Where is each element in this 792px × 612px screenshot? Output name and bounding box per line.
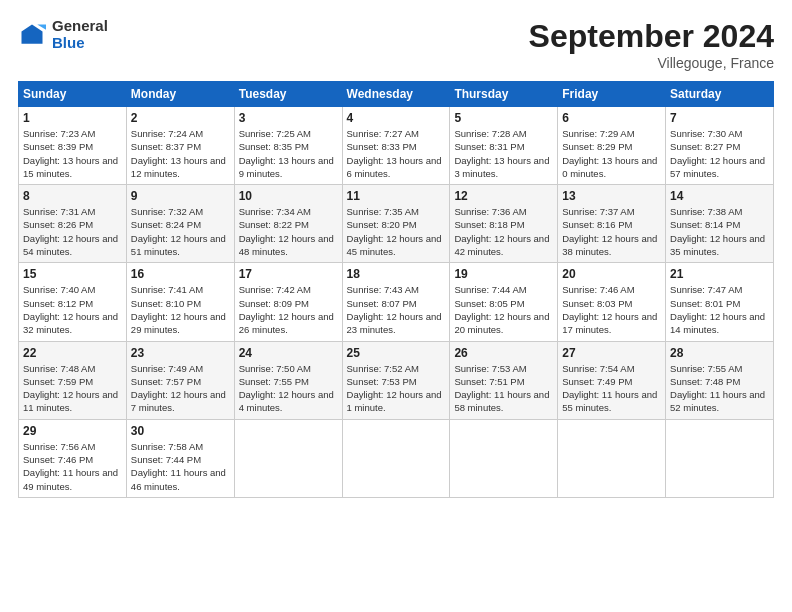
- calendar-cell: 25 Sunrise: 7:52 AMSunset: 7:53 PMDaylig…: [342, 341, 450, 419]
- day-number: 4: [347, 111, 446, 125]
- day-detail: Sunrise: 7:52 AMSunset: 7:53 PMDaylight:…: [347, 363, 442, 414]
- day-detail: Sunrise: 7:53 AMSunset: 7:51 PMDaylight:…: [454, 363, 549, 414]
- calendar-cell: 14 Sunrise: 7:38 AMSunset: 8:14 PMDaylig…: [666, 185, 774, 263]
- day-detail: Sunrise: 7:55 AMSunset: 7:48 PMDaylight:…: [670, 363, 765, 414]
- table-row: 15 Sunrise: 7:40 AMSunset: 8:12 PMDaylig…: [19, 263, 774, 341]
- calendar-cell: 26 Sunrise: 7:53 AMSunset: 7:51 PMDaylig…: [450, 341, 558, 419]
- table-row: 1 Sunrise: 7:23 AMSunset: 8:39 PMDayligh…: [19, 107, 774, 185]
- calendar-cell: 29 Sunrise: 7:56 AMSunset: 7:46 PMDaylig…: [19, 419, 127, 497]
- col-friday: Friday: [558, 82, 666, 107]
- calendar-cell: 21 Sunrise: 7:47 AMSunset: 8:01 PMDaylig…: [666, 263, 774, 341]
- logo-general-text: General: [52, 18, 108, 35]
- col-saturday: Saturday: [666, 82, 774, 107]
- calendar-cell: 15 Sunrise: 7:40 AMSunset: 8:12 PMDaylig…: [19, 263, 127, 341]
- header: General Blue September 2024 Villegouge, …: [18, 18, 774, 71]
- day-detail: Sunrise: 7:41 AMSunset: 8:10 PMDaylight:…: [131, 284, 226, 335]
- calendar-cell: 13 Sunrise: 7:37 AMSunset: 8:16 PMDaylig…: [558, 185, 666, 263]
- table-row: 8 Sunrise: 7:31 AMSunset: 8:26 PMDayligh…: [19, 185, 774, 263]
- day-number: 13: [562, 189, 661, 203]
- calendar-cell: 6 Sunrise: 7:29 AMSunset: 8:29 PMDayligh…: [558, 107, 666, 185]
- table-row: 22 Sunrise: 7:48 AMSunset: 7:59 PMDaylig…: [19, 341, 774, 419]
- day-number: 20: [562, 267, 661, 281]
- day-detail: Sunrise: 7:54 AMSunset: 7:49 PMDaylight:…: [562, 363, 657, 414]
- day-detail: Sunrise: 7:58 AMSunset: 7:44 PMDaylight:…: [131, 441, 226, 492]
- header-row: Sunday Monday Tuesday Wednesday Thursday…: [19, 82, 774, 107]
- calendar-cell: 17 Sunrise: 7:42 AMSunset: 8:09 PMDaylig…: [234, 263, 342, 341]
- day-number: 29: [23, 424, 122, 438]
- calendar-cell: 22 Sunrise: 7:48 AMSunset: 7:59 PMDaylig…: [19, 341, 127, 419]
- day-detail: Sunrise: 7:48 AMSunset: 7:59 PMDaylight:…: [23, 363, 118, 414]
- day-number: 25: [347, 346, 446, 360]
- day-detail: Sunrise: 7:25 AMSunset: 8:35 PMDaylight:…: [239, 128, 334, 179]
- calendar-cell: 8 Sunrise: 7:31 AMSunset: 8:26 PMDayligh…: [19, 185, 127, 263]
- day-number: 1: [23, 111, 122, 125]
- day-number: 26: [454, 346, 553, 360]
- calendar-cell: 27 Sunrise: 7:54 AMSunset: 7:49 PMDaylig…: [558, 341, 666, 419]
- day-number: 10: [239, 189, 338, 203]
- day-number: 27: [562, 346, 661, 360]
- logo-text: General Blue: [52, 18, 108, 51]
- calendar-cell: 28 Sunrise: 7:55 AMSunset: 7:48 PMDaylig…: [666, 341, 774, 419]
- day-detail: Sunrise: 7:29 AMSunset: 8:29 PMDaylight:…: [562, 128, 657, 179]
- col-tuesday: Tuesday: [234, 82, 342, 107]
- day-number: 22: [23, 346, 122, 360]
- calendar-cell: 23 Sunrise: 7:49 AMSunset: 7:57 PMDaylig…: [126, 341, 234, 419]
- day-detail: Sunrise: 7:56 AMSunset: 7:46 PMDaylight:…: [23, 441, 118, 492]
- col-thursday: Thursday: [450, 82, 558, 107]
- day-detail: Sunrise: 7:49 AMSunset: 7:57 PMDaylight:…: [131, 363, 226, 414]
- table-row: 29 Sunrise: 7:56 AMSunset: 7:46 PMDaylig…: [19, 419, 774, 497]
- calendar-cell: 12 Sunrise: 7:36 AMSunset: 8:18 PMDaylig…: [450, 185, 558, 263]
- calendar-cell: 19 Sunrise: 7:44 AMSunset: 8:05 PMDaylig…: [450, 263, 558, 341]
- calendar-cell: 30 Sunrise: 7:58 AMSunset: 7:44 PMDaylig…: [126, 419, 234, 497]
- day-detail: Sunrise: 7:34 AMSunset: 8:22 PMDaylight:…: [239, 206, 334, 257]
- calendar-table: Sunday Monday Tuesday Wednesday Thursday…: [18, 81, 774, 498]
- calendar-cell: [342, 419, 450, 497]
- calendar-cell: 3 Sunrise: 7:25 AMSunset: 8:35 PMDayligh…: [234, 107, 342, 185]
- day-number: 2: [131, 111, 230, 125]
- logo: General Blue: [18, 18, 108, 51]
- day-number: 16: [131, 267, 230, 281]
- calendar-cell: 5 Sunrise: 7:28 AMSunset: 8:31 PMDayligh…: [450, 107, 558, 185]
- calendar-cell: 4 Sunrise: 7:27 AMSunset: 8:33 PMDayligh…: [342, 107, 450, 185]
- day-number: 15: [23, 267, 122, 281]
- title-area: September 2024 Villegouge, France: [529, 18, 774, 71]
- day-detail: Sunrise: 7:36 AMSunset: 8:18 PMDaylight:…: [454, 206, 549, 257]
- day-detail: Sunrise: 7:38 AMSunset: 8:14 PMDaylight:…: [670, 206, 765, 257]
- calendar-cell: [450, 419, 558, 497]
- calendar-cell: 7 Sunrise: 7:30 AMSunset: 8:27 PMDayligh…: [666, 107, 774, 185]
- day-number: 14: [670, 189, 769, 203]
- calendar-cell: [666, 419, 774, 497]
- page: General Blue September 2024 Villegouge, …: [0, 0, 792, 612]
- day-number: 17: [239, 267, 338, 281]
- day-detail: Sunrise: 7:23 AMSunset: 8:39 PMDaylight:…: [23, 128, 118, 179]
- calendar-cell: [558, 419, 666, 497]
- day-detail: Sunrise: 7:42 AMSunset: 8:09 PMDaylight:…: [239, 284, 334, 335]
- calendar-cell: 16 Sunrise: 7:41 AMSunset: 8:10 PMDaylig…: [126, 263, 234, 341]
- day-number: 28: [670, 346, 769, 360]
- day-number: 9: [131, 189, 230, 203]
- calendar-cell: 18 Sunrise: 7:43 AMSunset: 8:07 PMDaylig…: [342, 263, 450, 341]
- calendar-cell: 9 Sunrise: 7:32 AMSunset: 8:24 PMDayligh…: [126, 185, 234, 263]
- day-number: 19: [454, 267, 553, 281]
- day-number: 23: [131, 346, 230, 360]
- day-detail: Sunrise: 7:30 AMSunset: 8:27 PMDaylight:…: [670, 128, 765, 179]
- day-detail: Sunrise: 7:35 AMSunset: 8:20 PMDaylight:…: [347, 206, 442, 257]
- month-title: September 2024: [529, 18, 774, 55]
- day-detail: Sunrise: 7:43 AMSunset: 8:07 PMDaylight:…: [347, 284, 442, 335]
- day-detail: Sunrise: 7:27 AMSunset: 8:33 PMDaylight:…: [347, 128, 442, 179]
- day-number: 7: [670, 111, 769, 125]
- calendar-cell: [234, 419, 342, 497]
- col-wednesday: Wednesday: [342, 82, 450, 107]
- logo-blue-text: Blue: [52, 35, 108, 52]
- day-number: 30: [131, 424, 230, 438]
- calendar-cell: 24 Sunrise: 7:50 AMSunset: 7:55 PMDaylig…: [234, 341, 342, 419]
- calendar-cell: 11 Sunrise: 7:35 AMSunset: 8:20 PMDaylig…: [342, 185, 450, 263]
- day-number: 5: [454, 111, 553, 125]
- col-monday: Monday: [126, 82, 234, 107]
- day-detail: Sunrise: 7:31 AMSunset: 8:26 PMDaylight:…: [23, 206, 118, 257]
- day-detail: Sunrise: 7:46 AMSunset: 8:03 PMDaylight:…: [562, 284, 657, 335]
- day-number: 11: [347, 189, 446, 203]
- calendar-cell: 2 Sunrise: 7:24 AMSunset: 8:37 PMDayligh…: [126, 107, 234, 185]
- day-number: 18: [347, 267, 446, 281]
- day-number: 24: [239, 346, 338, 360]
